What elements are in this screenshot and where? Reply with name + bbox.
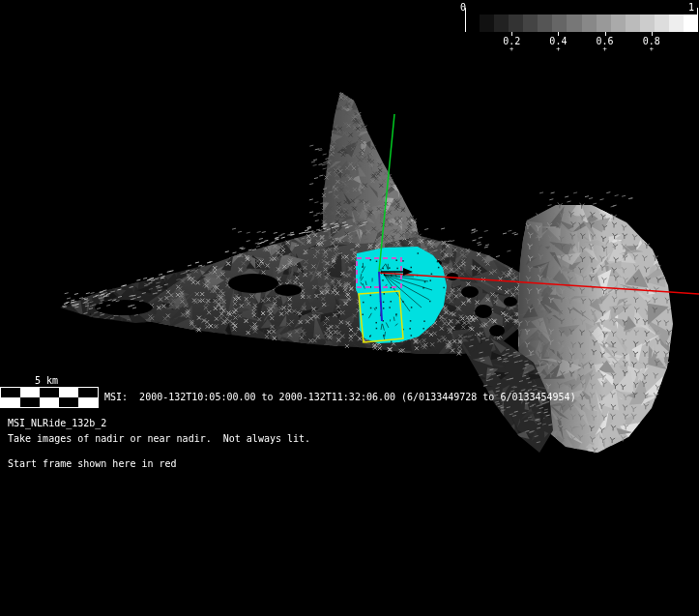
- colorbar-gradient: [465, 15, 698, 32]
- colorbar-segment: [582, 15, 597, 32]
- colorbar-segment: [626, 15, 640, 32]
- scalebar-cell: [40, 397, 59, 407]
- scalebar-cell: [40, 388, 59, 397]
- colorbar-segment: [523, 15, 538, 32]
- colorbar-segment: [684, 15, 698, 32]
- colorbar-segment: [538, 15, 552, 32]
- colorbar-minor-tick: +: [586, 45, 625, 53]
- scalebar-cell: [1, 388, 20, 397]
- colorbar-segment: [669, 15, 684, 32]
- visualization-window: 0 1 0.2+0.4+0.6+0.8+ 5 km MSI: 2000-132T…: [0, 0, 699, 616]
- colorbar-segment: [552, 15, 567, 32]
- colorbar-minor-tick: +: [492, 45, 531, 53]
- scalebar-cell: [78, 397, 98, 407]
- colorbar-minor-tick: +: [632, 45, 671, 53]
- colorbar-segment: [480, 15, 494, 32]
- colorbar-segment: [509, 15, 523, 32]
- colorbar-segment: [611, 15, 626, 32]
- asteroid-3d-view[interactable]: [0, 0, 699, 616]
- colorbar-minor-tick: +: [539, 45, 577, 53]
- colorbar-max-tickline: [697, 8, 698, 32]
- scalebar-cell: [1, 397, 20, 407]
- scalebar: [0, 387, 99, 408]
- colorbar: 0 1 0.2+0.4+0.6+0.8+: [0, 0, 699, 53]
- scalebar-cell: [20, 397, 40, 407]
- colorbar-segment: [597, 15, 611, 32]
- scalebar-label: 5 km: [35, 374, 58, 387]
- scalebar-cell: [20, 388, 40, 397]
- colorbar-segment: [494, 15, 509, 32]
- start-frame-note: Start frame shown here in red: [8, 457, 177, 470]
- colorbar-segment: [465, 15, 480, 32]
- colorbar-max-label: 1: [688, 1, 694, 14]
- colorbar-segment: [567, 15, 581, 32]
- sequence-description: Take images of nadir or near nadir. Not …: [8, 432, 310, 445]
- scalebar-cell: [59, 397, 78, 407]
- colorbar-segment: [640, 15, 655, 32]
- scalebar-cell: [78, 388, 98, 397]
- colorbar-segment: [655, 15, 669, 32]
- scalebar-cell: [59, 388, 78, 397]
- sequence-name: MSI_NLRide_132b_2: [8, 417, 106, 429]
- status-line: MSI: 2000-132T10:05:00.00 to 2000-132T11…: [104, 391, 576, 403]
- colorbar-min-tickline: [465, 8, 466, 32]
